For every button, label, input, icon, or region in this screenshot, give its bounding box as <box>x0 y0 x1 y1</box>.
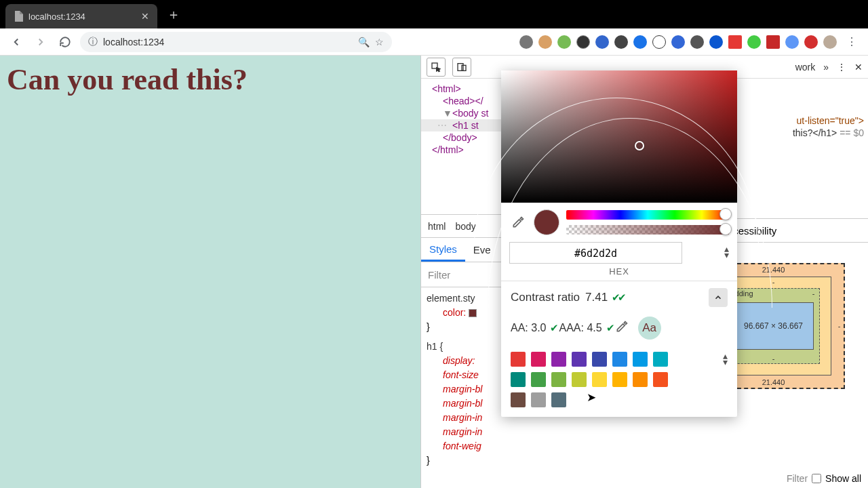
svg-rect-2 <box>462 65 466 70</box>
palette-swatch[interactable] <box>572 352 587 367</box>
devtools-panel: work » ⋮ ✕ <html> <head></ ▼<body st ⋯<h… <box>420 56 868 488</box>
palette-swatch[interactable] <box>531 352 546 367</box>
tab-close-icon[interactable]: ✕ <box>141 11 149 22</box>
palette-swatch[interactable] <box>511 372 526 387</box>
extension-icon[interactable] <box>785 35 799 49</box>
mouse-cursor-icon: ➤ <box>587 390 596 405</box>
devtools-menu-icon[interactable]: ⋮ <box>837 62 846 73</box>
show-all-checkbox[interactable] <box>812 474 821 483</box>
extension-icon[interactable] <box>595 35 609 49</box>
aa-label: AA: 3.0 <box>511 322 546 334</box>
palette-swatch[interactable] <box>511 392 526 407</box>
tab-title: localhost:1234 <box>28 12 141 22</box>
reload-button[interactable] <box>56 33 75 52</box>
profile-avatar[interactable] <box>823 35 837 49</box>
page-content: Can you read this? <box>0 56 420 488</box>
palette-toggle-icon[interactable]: ▴▾ <box>723 353 728 365</box>
info-icon: ⓘ <box>88 36 98 48</box>
extension-icon[interactable] <box>728 35 742 49</box>
palette-swatch[interactable] <box>592 352 607 367</box>
devtools-tab[interactable]: work <box>795 62 816 73</box>
extension-icon[interactable] <box>652 35 666 49</box>
check-icon: ✔ <box>550 322 559 334</box>
url-text: localhost:1234 <box>103 37 358 47</box>
palette-swatch[interactable] <box>531 372 546 387</box>
device-toggle-icon[interactable] <box>452 58 471 77</box>
palette-swatch[interactable] <box>592 372 607 387</box>
aaa-label: AAA: 4.5 <box>559 322 601 334</box>
page-icon <box>14 11 23 22</box>
extension-icon[interactable] <box>766 35 780 49</box>
palette-swatch[interactable] <box>612 352 627 367</box>
palette-swatch[interactable] <box>551 372 566 387</box>
palette-swatch[interactable] <box>612 372 627 387</box>
back-button[interactable] <box>7 33 26 52</box>
styles-tab[interactable]: Styles <box>421 238 465 262</box>
new-tab-button[interactable]: ＋ <box>167 5 180 24</box>
hue-slider[interactable] <box>566 210 729 220</box>
saturation-picker[interactable] <box>501 70 737 203</box>
color-picker: #6d2d2d ▴▾ HEX Contrast ratio 7.41 ✔✔ <box>501 70 737 417</box>
devtools-close-icon[interactable]: ✕ <box>854 62 863 73</box>
palette-swatch[interactable] <box>633 352 648 367</box>
extension-icon[interactable] <box>576 35 590 49</box>
browser-menu-icon[interactable]: ⋮ <box>842 33 861 52</box>
zoom-icon[interactable]: 🔍 <box>358 37 370 47</box>
page-heading: Can you read this? <box>7 62 414 97</box>
palette-swatch[interactable] <box>633 372 648 387</box>
inspect-element-icon[interactable] <box>427 58 446 77</box>
extension-icon[interactable] <box>519 35 533 49</box>
extension-icon[interactable] <box>709 35 723 49</box>
extension-icon[interactable] <box>671 35 685 49</box>
extension-icon[interactable] <box>538 35 552 49</box>
palette-swatch[interactable] <box>653 372 668 387</box>
bookmark-star-icon[interactable]: ☆ <box>375 37 384 47</box>
palette-swatch[interactable] <box>551 392 566 407</box>
palette-swatch[interactable] <box>572 372 587 387</box>
palette-swatch[interactable] <box>653 352 668 367</box>
svg-rect-1 <box>458 63 463 70</box>
extension-icon[interactable] <box>747 35 761 49</box>
sample-text-preview: Aa <box>638 317 661 340</box>
address-bar[interactable]: ⓘ localhost:1234 🔍 ☆ <box>80 32 392 52</box>
saturation-cursor[interactable] <box>635 141 644 150</box>
alpha-slider[interactable] <box>566 225 729 235</box>
browser-tab[interactable]: localhost:1234 ✕ <box>5 4 157 28</box>
color-palette: ▴▾ <box>501 345 737 417</box>
palette-swatch[interactable] <box>531 392 546 407</box>
check-icon: ✔ <box>606 322 615 334</box>
extension-icon[interactable] <box>690 35 704 49</box>
bg-eyedropper-icon[interactable] <box>615 320 629 336</box>
filter-input[interactable]: Filter <box>784 473 808 484</box>
extension-icon[interactable] <box>557 35 571 49</box>
forward-button[interactable] <box>31 33 50 52</box>
more-tabs-icon[interactable]: » <box>823 62 829 73</box>
extension-icon[interactable] <box>633 35 647 49</box>
color-swatch[interactable] <box>469 309 477 317</box>
palette-swatch[interactable] <box>551 352 566 367</box>
palette-swatch[interactable] <box>511 352 526 367</box>
expand-arrow-icon[interactable]: ▼ <box>443 108 451 119</box>
extension-icon[interactable] <box>804 35 818 49</box>
browser-toolbar: ⓘ localhost:1234 🔍 ☆ ⋮ <box>0 28 868 56</box>
extension-icon[interactable] <box>614 35 628 49</box>
